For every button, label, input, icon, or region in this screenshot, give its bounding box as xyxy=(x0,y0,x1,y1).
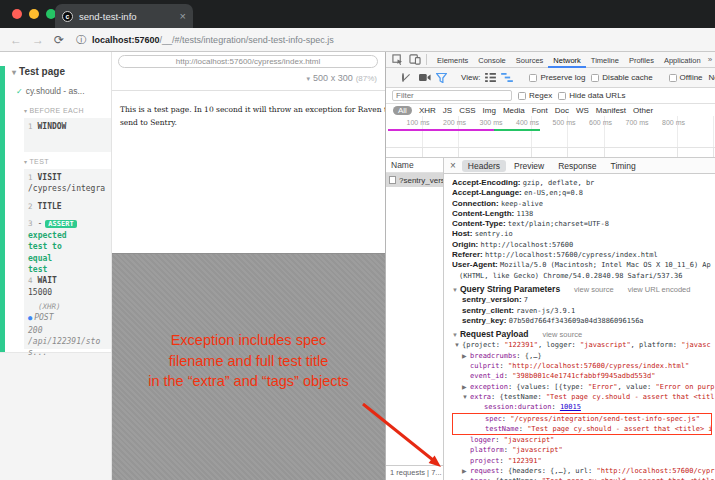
command-row[interactable]: 1VISIT xyxy=(28,172,111,183)
payload-line[interactable]: project: "122391" xyxy=(452,456,715,466)
tab-sources[interactable]: Sources xyxy=(511,52,549,68)
filter-chip-xhr[interactable]: XHR xyxy=(419,106,436,115)
payload-line[interactable]: session:duration: 10015 xyxy=(452,402,715,412)
filter-chip-js[interactable]: JS xyxy=(443,106,452,115)
preserve-log-checkbox[interactable] xyxy=(529,74,537,82)
command-number: 2 xyxy=(28,202,33,211)
suite-title[interactable]: ▾Test page xyxy=(12,66,65,77)
throttling-dropdown[interactable]: No t xyxy=(709,73,715,82)
filter-chip-ws[interactable]: WS xyxy=(576,106,589,115)
view-source-link[interactable]: view source xyxy=(542,330,582,339)
more-tabs-icon[interactable]: » xyxy=(708,55,712,64)
triangle-right-icon[interactable]: ▶ xyxy=(462,382,470,392)
filter-chip-media[interactable]: Media xyxy=(503,106,525,115)
tab-network[interactable]: Network xyxy=(548,52,586,68)
close-window-icon[interactable] xyxy=(12,9,22,19)
network-overview-timeline[interactable]: 100 ms200 ms300 ms400 ms500 ms600 ms700 … xyxy=(386,116,715,148)
view-url-encoded-link[interactable]: view URL encoded xyxy=(628,285,691,294)
command-number: 1 xyxy=(28,173,33,182)
screenshot-capture-icon[interactable] xyxy=(419,73,431,82)
waterfall-icon[interactable] xyxy=(501,73,513,82)
test-section[interactable]: ▾TEST xyxy=(24,158,49,165)
filter-chip-other[interactable]: Other xyxy=(633,106,653,115)
view-source-link[interactable]: view source xyxy=(574,285,614,294)
query-string-section-header[interactable]: ▼Query String Parametersview sourceview … xyxy=(452,284,715,295)
detail-tab-headers[interactable]: Headers xyxy=(462,160,506,172)
xhr-request[interactable]: ●POST xyxy=(28,312,111,324)
command-row[interactable]: 4WAIT xyxy=(28,275,111,286)
payload-line[interactable]: ▶breadcrumbs: {,…} xyxy=(452,351,715,361)
payload-line[interactable]: ▶tags: {testName: "Test page cy.should -… xyxy=(452,476,715,480)
clear-icon[interactable] xyxy=(402,73,404,82)
outside-viewport-area: Exception includes specfilename and full… xyxy=(112,253,385,480)
command-row[interactable]: 2TITLE xyxy=(28,201,111,212)
window-controls[interactable] xyxy=(12,9,56,19)
triangle-right-icon[interactable]: ▶ xyxy=(462,466,470,476)
payload-token: "javasc xyxy=(681,341,711,349)
payload-line[interactable]: testName: "Test page cy.should - assert … xyxy=(452,424,712,435)
refresh-icon[interactable]: ⟳ xyxy=(54,33,64,47)
filter-chip-css[interactable]: CSS xyxy=(459,106,475,115)
request-payload-section-header[interactable]: ▼Request Payloadview source xyxy=(452,329,715,340)
disable-cache-checkbox[interactable] xyxy=(591,74,599,82)
payload-line[interactable]: event_id: "398b001c4e1741cfabbf9945adbd5… xyxy=(452,371,715,381)
payload-line[interactable]: ▶exception: {values: [{type: "Error", va… xyxy=(452,382,715,392)
test-title[interactable]: ✓cy.should - as... xyxy=(16,86,85,96)
filter-input[interactable] xyxy=(392,90,512,101)
inspect-element-icon[interactable] xyxy=(392,54,403,65)
tab-console[interactable]: Console xyxy=(473,52,511,68)
tab-close-icon[interactable]: × xyxy=(180,10,186,22)
command-window[interactable]: 1WINDOW xyxy=(28,121,111,132)
device-toolbar-icon[interactable] xyxy=(409,54,421,65)
minimize-window-icon[interactable] xyxy=(29,9,39,19)
tab-application[interactable]: Application xyxy=(659,52,706,68)
before-each-section[interactable]: ▾BEFORE EACH xyxy=(24,107,84,114)
command-row[interactable]: 3-ASSERT xyxy=(28,218,111,230)
detail-tab-preview[interactable]: Preview xyxy=(508,160,550,172)
filter-chip-all[interactable]: All xyxy=(393,106,412,115)
hide-data-urls-checkbox[interactable] xyxy=(558,92,566,100)
payload-line[interactable]: logger: "javascript" xyxy=(452,435,715,445)
header-value: Mozilla/5.0 (Macintosh; Intel Mac OS X 1… xyxy=(500,261,711,269)
offline-checkbox[interactable] xyxy=(669,74,677,82)
triangle-right-icon[interactable]: ▶ xyxy=(462,351,470,361)
browser-tab[interactable]: c send-test-info × xyxy=(55,4,193,28)
header-key: User-Agent: xyxy=(452,260,498,269)
payload-line[interactable]: ▶request: {headers: {,…}, url: "http://l… xyxy=(452,466,715,476)
forward-icon[interactable]: → xyxy=(32,33,44,47)
back-icon[interactable]: ← xyxy=(10,33,22,47)
payload-line[interactable]: ▼{project: "122391", logger: "javascript… xyxy=(452,340,715,350)
payload-line[interactable]: spec: "/cypress/integration/send-test-in… xyxy=(452,413,712,424)
payload-line[interactable]: platform: "javascript" xyxy=(452,445,715,455)
tab-elements[interactable]: Elements xyxy=(432,52,473,68)
detail-tab-timing[interactable]: Timing xyxy=(605,160,642,172)
triangle-down-icon[interactable]: ▼ xyxy=(462,392,470,402)
payload-line[interactable]: culprit: "http://localhost:57600/cypress… xyxy=(452,361,715,371)
viewport-size[interactable]: ▾500 x 300(87%) xyxy=(307,73,377,83)
tab-timeline[interactable]: Timeline xyxy=(586,52,624,68)
page-info-icon[interactable]: ⓘ xyxy=(76,33,86,47)
triangle-right-icon[interactable]: ▶ xyxy=(462,476,470,480)
filter-chip-doc[interactable]: Doc xyxy=(555,106,569,115)
address-field[interactable]: localhost:57600/__/#/tests/integration/s… xyxy=(92,35,334,45)
filter-funnel-icon[interactable] xyxy=(436,73,447,83)
filter-chip-img[interactable]: Img xyxy=(483,106,496,115)
aut-url[interactable]: http://localhost:57600/cypress/index.htm… xyxy=(118,55,378,68)
regex-checkbox[interactable] xyxy=(518,92,526,100)
request-row[interactable]: ?sentry_vers... xyxy=(386,173,443,187)
tab-profiles[interactable]: Profiles xyxy=(624,52,659,68)
timeline-tick: 800 ms xyxy=(662,119,685,126)
view-list-icon[interactable] xyxy=(485,73,496,82)
chevron-down-icon: ▾ xyxy=(24,108,27,114)
xhr-tag: (XHR) xyxy=(38,301,111,312)
detail-tab-response[interactable]: Response xyxy=(552,160,602,172)
close-detail-icon[interactable]: × xyxy=(450,160,456,171)
browser-urlbar: ← → ⟳ ⓘ localhost:57600/__/#/tests/integ… xyxy=(0,28,715,52)
xhr-method: POST xyxy=(34,313,53,322)
header-value: 1138 xyxy=(516,210,533,218)
payload-line[interactable]: ▼extra: {testName: "Test page cy.should … xyxy=(452,392,715,402)
name-column-header[interactable]: Name xyxy=(386,158,443,173)
filter-chip-font[interactable]: Font xyxy=(532,106,548,115)
filter-chip-manifest[interactable]: Manifest xyxy=(596,106,626,115)
triangle-down-icon[interactable]: ▼ xyxy=(454,340,462,350)
